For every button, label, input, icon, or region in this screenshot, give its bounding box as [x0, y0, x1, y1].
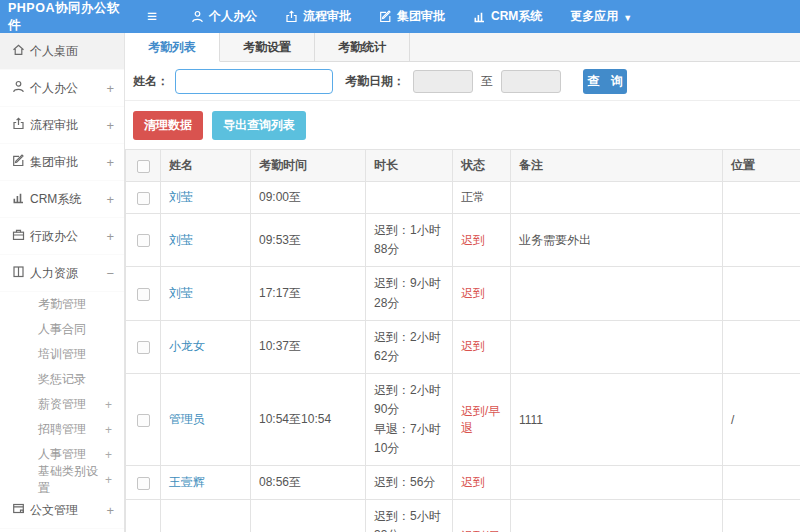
app-logo: PHPOA协同办公软件 — [0, 0, 125, 34]
attendance-time: 08:56至 — [251, 465, 366, 499]
row-checkbox[interactable] — [137, 234, 150, 247]
tab-1[interactable]: 考勤设置 — [220, 33, 315, 61]
select-all-checkbox[interactable] — [137, 160, 150, 173]
location — [723, 465, 800, 499]
name-input[interactable] — [175, 69, 333, 94]
date-from-input[interactable] — [413, 70, 473, 93]
attendance-time: 13:20至13:20 — [251, 500, 366, 532]
top-nav-label: 更多应用 — [570, 8, 618, 25]
sidebar-subitem-0[interactable]: 考勤管理 — [0, 292, 124, 317]
sidebar-item-label: 公文管理 — [30, 502, 106, 519]
top-nav-item-4[interactable]: 更多应用▼ — [570, 8, 632, 25]
sidebar-subitem-5[interactable]: 招聘管理+ — [0, 417, 124, 442]
top-nav-item-3[interactable]: CRM系统 — [473, 8, 542, 25]
top-nav-label: 个人办公 — [209, 8, 257, 25]
chart-icon — [12, 191, 30, 207]
note — [511, 465, 723, 499]
user-icon — [12, 80, 30, 96]
expander-icon: + — [106, 192, 114, 207]
row-checkbox[interactable] — [137, 477, 150, 490]
employee-name-link[interactable]: 刘莹 — [169, 286, 193, 300]
note — [511, 500, 723, 532]
employee-name-link[interactable]: 刘莹 — [169, 233, 193, 247]
book-icon — [12, 265, 30, 281]
sidebar-subitem-label: 人事合同 — [38, 321, 112, 338]
top-nav-label: 集团审批 — [397, 8, 445, 25]
sidebar-subitem-7[interactable]: 基础类别设置+ — [0, 467, 124, 492]
duration: 迟到：2小时62分 — [366, 320, 453, 373]
status-badge: 迟到 — [453, 267, 511, 320]
sidebar-item-label: 人力资源 — [30, 265, 106, 282]
sidebar-item-1[interactable]: 个人办公+ — [0, 70, 124, 107]
table-row: 刘莹09:53至迟到：1小时88分迟到业务需要外出 — [126, 214, 800, 267]
attendance-time: 10:37至 — [251, 320, 366, 373]
employee-name-link[interactable]: 刘莹 — [169, 190, 193, 204]
row-checkbox[interactable] — [137, 341, 150, 354]
sidebar-item-5[interactable]: 行政办公+ — [0, 218, 124, 255]
row-checkbox[interactable] — [137, 288, 150, 301]
expander-icon: + — [105, 398, 112, 412]
sidebar-subitem-label: 招聘管理 — [38, 421, 105, 438]
location — [723, 267, 800, 320]
sidebar-subitem-label: 培训管理 — [38, 346, 112, 363]
tab-2[interactable]: 考勤统计 — [315, 33, 410, 61]
sidebar-subitem-2[interactable]: 培训管理 — [0, 342, 124, 367]
attendance-time: 09:00至 — [251, 182, 366, 214]
home-icon — [12, 43, 30, 59]
col-header-time: 考勤时间 — [251, 150, 366, 182]
employee-name-link[interactable]: 小龙女 — [169, 339, 205, 353]
sidebar-item-4[interactable]: CRM系统+ — [0, 181, 124, 218]
sidebar-item-label: 行政办公 — [30, 228, 106, 245]
table-row: 小龙女10:37至迟到：2小时62分迟到 — [126, 320, 800, 373]
sidebar-item-label: CRM系统 — [30, 191, 106, 208]
sidebar-subitem-3[interactable]: 奖惩记录 — [0, 367, 124, 392]
sidebar-item-7[interactable]: 公文管理+ — [0, 492, 124, 529]
table-row: 黄蓉13:20至13:20迟到：5小时33分早退：4小时67分迟到/早退/ — [126, 500, 800, 532]
location — [723, 214, 800, 267]
sidebar-item-6[interactable]: 人力资源− — [0, 255, 124, 292]
sidebar-item-3[interactable]: 集团审批+ — [0, 144, 124, 181]
table-row: 管理员10:54至10:54迟到：2小时90分早退：7小时10分迟到/早退111… — [126, 374, 800, 466]
top-nav: 个人办公流程审批集团审批CRM系统更多应用▼ — [191, 8, 632, 25]
export-list-button[interactable]: 导出查询列表 — [212, 111, 306, 140]
sidebar-item-label: 个人办公 — [30, 80, 106, 97]
duration: 迟到：1小时88分 — [366, 214, 453, 267]
sidebar-subitem-1[interactable]: 人事合同 — [0, 317, 124, 342]
sidebar-item-label: 个人桌面 — [30, 43, 114, 60]
top-nav-item-0[interactable]: 个人办公 — [191, 8, 257, 25]
sidebar-subitem-4[interactable]: 薪资管理+ — [0, 392, 124, 417]
status-badge: 迟到 — [453, 320, 511, 373]
col-header-status: 状态 — [453, 150, 511, 182]
top-nav-label: 流程审批 — [303, 8, 351, 25]
sidebar-nav: 个人桌面个人办公+流程审批+集团审批+CRM系统+行政办公+人力资源−考勤管理人… — [0, 33, 125, 532]
col-header-location: 位置 — [723, 150, 800, 182]
note — [511, 182, 723, 214]
query-button[interactable]: 查 询 — [583, 69, 627, 94]
employee-name-link[interactable]: 管理员 — [169, 412, 205, 426]
employee-name-link[interactable]: 王壹辉 — [169, 475, 205, 489]
action-buttons: 清理数据 导出查询列表 — [125, 101, 800, 149]
tab-0[interactable]: 考勤列表 — [125, 33, 220, 62]
expander-icon: + — [105, 423, 112, 437]
expander-icon: + — [106, 229, 114, 244]
date-to-input[interactable] — [501, 70, 561, 93]
main-content: 考勤列表考勤设置考勤统计 姓名： 考勤日期： 至 查 询 清理数据 导出查询列表… — [125, 33, 800, 532]
row-checkbox[interactable] — [137, 414, 150, 427]
sidebar-subitem-label: 基础类别设置 — [38, 463, 105, 497]
top-nav-item-2[interactable]: 集团审批 — [379, 8, 445, 25]
sidebar-subitem-label: 考勤管理 — [38, 296, 112, 313]
table-row: 刘莹09:00至正常 — [126, 182, 800, 214]
top-nav-item-1[interactable]: 流程审批 — [285, 8, 351, 25]
clean-data-button[interactable]: 清理数据 — [133, 111, 203, 140]
menu-toggle-icon[interactable]: ≡ — [147, 8, 167, 25]
note — [511, 267, 723, 320]
location: / — [723, 500, 800, 532]
status-badge: 迟到 — [453, 214, 511, 267]
sidebar-item-2[interactable]: 流程审批+ — [0, 107, 124, 144]
sidebar-subitem-label: 薪资管理 — [38, 396, 105, 413]
status-badge: 迟到/早退 — [453, 500, 511, 532]
date-label: 考勤日期： — [345, 73, 405, 90]
expander-icon: − — [106, 266, 114, 281]
row-checkbox[interactable] — [137, 192, 150, 205]
sidebar-item-0[interactable]: 个人桌面 — [0, 33, 124, 70]
